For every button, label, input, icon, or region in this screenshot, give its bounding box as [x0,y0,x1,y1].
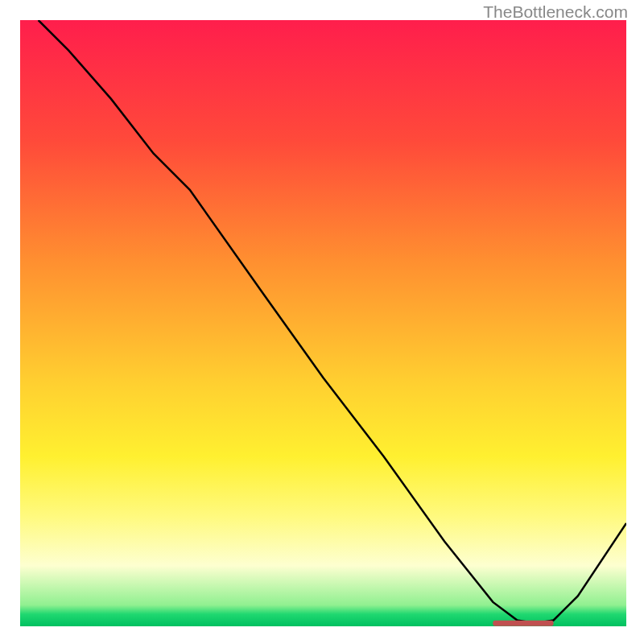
watermark-text: TheBottleneck.com [483,2,628,22]
chart-svg [20,20,626,626]
gradient-background [20,20,626,626]
plot-area [20,20,626,626]
optimal-range-marker [493,621,553,626]
chart-container: TheBottleneck.com [0,0,644,644]
